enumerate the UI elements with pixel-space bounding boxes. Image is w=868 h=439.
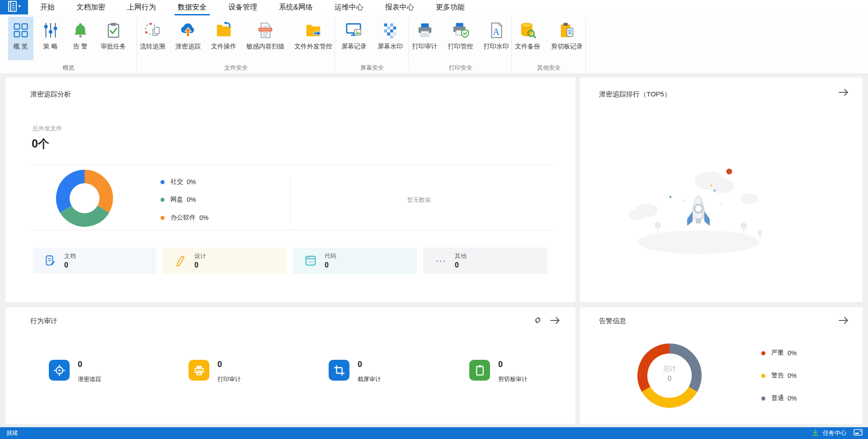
approval-tasks-icon <box>105 19 122 41</box>
sensitive-scan-icon <box>257 19 274 41</box>
ribbon-group-label: 概览 <box>0 62 137 74</box>
tile-value: 0 <box>325 261 336 269</box>
legend-item-social: 社交 0% <box>160 177 196 186</box>
ribbon-item-flow-trace[interactable]: 流转追溯 <box>137 17 168 60</box>
app-menu-button[interactable] <box>0 0 28 14</box>
ribbon-divider <box>137 18 137 72</box>
ribbon-item-print-control[interactable]: 打印管控 <box>445 17 476 60</box>
arrow-right-icon[interactable] <box>550 315 561 327</box>
policy-sliders-icon <box>42 19 59 41</box>
legend-label: 普通 <box>771 394 784 402</box>
card-trace-analysis: 泄密追踪分析 总外发文件 0个 社交 0% 网盘 0% 办公软件 <box>5 77 576 302</box>
ribbon-group-screen-security: 屏幕记录 屏幕水印 屏幕安全 <box>335 15 409 74</box>
ribbon-item-file-outgoing[interactable]: 文件外发管控 <box>292 17 335 60</box>
category-tile-code: </> 代码 0 <box>293 248 417 274</box>
ribbon-group-label: 打印安全 <box>409 62 512 74</box>
tab-more-features[interactable]: 更多功能 <box>434 0 466 15</box>
card-behavior-audit: 行为审计 0 泄密追踪 <box>5 307 576 424</box>
status-ready-text: 就绪 <box>6 429 18 437</box>
design-pen-icon <box>174 255 187 267</box>
target-icon <box>49 360 70 381</box>
ribbon-item-label: 打印审计 <box>412 43 438 51</box>
ribbon-item-file-operation[interactable]: 文件操作 <box>208 17 239 60</box>
audit-value: 0 <box>498 360 503 369</box>
ribbon-item-label: 敏感内容扫描 <box>246 43 284 51</box>
ribbon-item-sensitive-scan[interactable]: 敏感内容扫描 <box>244 17 287 60</box>
ribbon-group-other-security: 文件备份 剪切板记录 <box>512 15 586 74</box>
tile-value: 0 <box>194 261 206 269</box>
total-outgoing-label: 总外发文件 <box>33 124 62 133</box>
ribbon-item-print-audit[interactable]: 打印审计 <box>409 17 440 60</box>
gear-icon[interactable] <box>533 316 542 326</box>
file-outgoing-folder-icon <box>305 19 322 41</box>
alert-bell-icon <box>72 19 89 41</box>
screen-record-icon <box>345 19 363 41</box>
ribbon-item-policy[interactable]: 策 略 <box>38 17 63 60</box>
tab-report-center[interactable]: 报表中心 <box>384 0 415 15</box>
ribbon-item-screen-watermark[interactable]: 屏幕水印 <box>374 17 406 60</box>
ribbon-item-file-backup[interactable]: 文件备份 <box>512 17 543 60</box>
file-backup-icon <box>519 19 536 41</box>
legend-dot <box>761 396 765 401</box>
ribbon-divider <box>511 18 512 72</box>
code-window-icon: </> <box>304 255 317 267</box>
tab-ops-center[interactable]: 运维中心 <box>333 0 365 15</box>
tile-value: 0 <box>64 261 76 269</box>
ribbon-item-print-watermark[interactable]: A 打印水印 <box>481 17 512 60</box>
tab-home[interactable]: 开始 <box>39 0 56 15</box>
message-icon[interactable] <box>854 429 863 438</box>
ribbon-item-label: 流转追溯 <box>140 43 165 51</box>
print-audit-icon <box>416 19 434 41</box>
ribbon-group-label: 文件安全 <box>137 62 335 74</box>
legend-label: 严重 <box>771 349 784 357</box>
legend-item-netdisk: 网盘 0% <box>160 195 196 204</box>
ribbon-item-label: 文件备份 <box>515 43 540 51</box>
tab-system-network[interactable]: 系统&网络 <box>278 0 314 15</box>
tab-data-security[interactable]: 数据安全 <box>176 0 208 15</box>
card-title: 泄密追踪排行（TOP5） <box>599 90 671 99</box>
tile-label: 设计 <box>194 252 206 260</box>
ribbon-item-approval-tasks[interactable]: 审批任务 <box>98 17 129 60</box>
legend-dot <box>761 374 765 378</box>
legend-value: 0% <box>199 214 208 221</box>
legend-item-critical: 严重 0% <box>761 348 797 358</box>
total-outgoing-value: 0个 <box>32 136 49 151</box>
audit-label: 剪切板审计 <box>498 375 528 383</box>
tab-doc-encrypt[interactable]: 文档加密 <box>75 0 107 15</box>
menu-tabs: 开始 文档加密 上网行为 数据安全 设备管理 系统&网络 运维中心 报表中心 更… <box>39 0 466 15</box>
legend-item-warning: 警告 0% <box>761 371 797 380</box>
ribbon-item-clipboard-record[interactable]: 剪切板记录 <box>548 17 586 60</box>
ribbon-item-label: 打印管控 <box>448 43 473 51</box>
tab-device-mgmt[interactable]: 设备管理 <box>227 0 259 15</box>
ribbon-item-label: 文件外发管控 <box>294 43 332 51</box>
ribbon-item-label: 泄密追踪 <box>175 43 201 51</box>
svg-text:A: A <box>493 27 500 37</box>
ribbon-item-label: 策 略 <box>43 43 58 51</box>
tab-web-behavior[interactable]: 上网行为 <box>126 0 157 15</box>
ribbon-item-alert[interactable]: 告 警 <box>68 17 93 60</box>
category-tile-other: 其他 0 <box>423 248 547 274</box>
category-tile-design: 设计 0 <box>163 248 287 274</box>
alert-total-label: 总计 <box>647 365 692 373</box>
task-center-button[interactable]: 任务中心 <box>823 429 846 437</box>
ribbon-item-overview[interactable]: 概 览 <box>8 17 33 60</box>
card-title: 告警信息 <box>599 317 626 325</box>
print-control-icon <box>452 19 469 41</box>
alert-total-value: 0 <box>647 375 692 383</box>
arrow-right-icon[interactable] <box>838 87 849 99</box>
legend-dot <box>160 216 165 220</box>
legend-label: 办公软件 <box>170 214 196 222</box>
legend-label: 社交 <box>170 178 183 186</box>
arrow-right-icon[interactable] <box>838 315 849 327</box>
ribbon-item-label: 审批任务 <box>101 43 126 51</box>
ribbon-group-label: 其他安全 <box>512 62 586 74</box>
legend-value: 0% <box>788 395 797 402</box>
ribbon-item-screen-record[interactable]: 屏幕记录 <box>338 17 370 60</box>
ribbon-divider <box>335 18 335 72</box>
leak-trace-cloud-icon <box>179 19 197 41</box>
ribbon-group-overview: 概 览 策 略 <box>0 15 137 74</box>
ribbon-item-label: 概 览 <box>14 43 28 51</box>
ribbon-item-leak-trace[interactable]: 泄密追踪 <box>173 17 204 60</box>
overview-grid-icon <box>13 19 29 41</box>
clipboard-record-icon <box>558 19 576 41</box>
